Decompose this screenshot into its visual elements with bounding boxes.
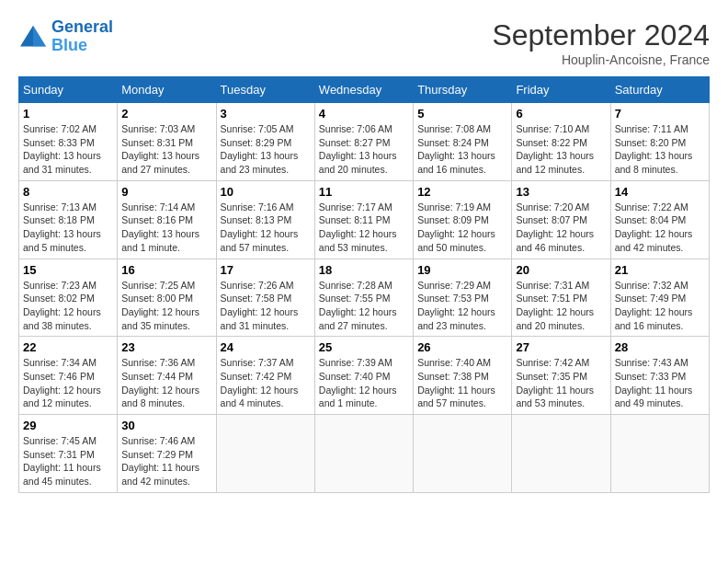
- calendar-cell: 29Sunrise: 7:45 AMSunset: 7:31 PMDayligh…: [19, 415, 118, 493]
- day-info: Sunrise: 7:16 AMSunset: 8:13 PMDaylight:…: [221, 201, 311, 255]
- day-number: 24: [221, 340, 311, 354]
- day-info: Sunrise: 7:29 AMSunset: 7:53 PMDaylight:…: [417, 279, 507, 333]
- day-info: Sunrise: 7:42 AMSunset: 7:35 PMDaylight:…: [516, 356, 606, 410]
- day-info: Sunrise: 7:32 AMSunset: 7:49 PMDaylight:…: [615, 279, 705, 333]
- day-info: Sunrise: 7:10 AMSunset: 8:22 PMDaylight:…: [516, 122, 606, 177]
- location-subtitle: Houplin-Ancoisne, France: [492, 52, 710, 67]
- day-number: 20: [516, 263, 606, 277]
- day-info: Sunrise: 7:23 AMSunset: 8:02 PMDaylight:…: [23, 279, 113, 333]
- logo-text: General Blue: [51, 18, 113, 55]
- logo-line2: Blue: [51, 36, 87, 54]
- day-number: 14: [615, 185, 705, 199]
- calendar-cell: 27Sunrise: 7:42 AMSunset: 7:35 PMDayligh…: [512, 337, 610, 415]
- month-title: September 2024: [492, 18, 710, 52]
- day-info: Sunrise: 7:26 AMSunset: 7:58 PMDaylight:…: [221, 279, 311, 333]
- calendar-cell: [610, 415, 709, 493]
- calendar-cell: 19Sunrise: 7:29 AMSunset: 7:53 PMDayligh…: [414, 259, 512, 337]
- day-info: Sunrise: 7:06 AMSunset: 8:27 PMDaylight:…: [319, 122, 409, 177]
- day-number: 3: [221, 107, 311, 121]
- day-number: 11: [319, 185, 409, 199]
- day-info: Sunrise: 7:25 AMSunset: 8:00 PMDaylight:…: [121, 279, 211, 333]
- calendar-cell: 16Sunrise: 7:25 AMSunset: 8:00 PMDayligh…: [118, 259, 216, 337]
- calendar-week-row: 29Sunrise: 7:45 AMSunset: 7:31 PMDayligh…: [19, 415, 710, 493]
- day-number: 30: [121, 419, 211, 432]
- calendar-cell: 23Sunrise: 7:36 AMSunset: 7:44 PMDayligh…: [118, 337, 216, 415]
- day-number: 12: [417, 185, 507, 199]
- day-number: 5: [417, 107, 507, 121]
- page-header: General Blue September 2024 Houplin-Anco…: [18, 18, 710, 67]
- day-info: Sunrise: 7:37 AMSunset: 7:42 PMDaylight:…: [221, 356, 311, 410]
- calendar-cell: 4Sunrise: 7:06 AMSunset: 8:27 PMDaylight…: [314, 103, 413, 181]
- day-number: 8: [23, 185, 113, 199]
- day-info: Sunrise: 7:43 AMSunset: 7:33 PMDaylight:…: [615, 356, 705, 410]
- header-sunday: Sunday: [19, 77, 118, 103]
- calendar-cell: 11Sunrise: 7:17 AMSunset: 8:11 PMDayligh…: [314, 180, 413, 259]
- day-info: Sunrise: 7:02 AMSunset: 8:33 PMDaylight:…: [23, 122, 113, 177]
- calendar-cell: 22Sunrise: 7:34 AMSunset: 7:46 PMDayligh…: [19, 337, 118, 415]
- day-info: Sunrise: 7:08 AMSunset: 8:24 PMDaylight:…: [417, 122, 507, 177]
- day-info: Sunrise: 7:46 AMSunset: 7:29 PMDaylight:…: [121, 434, 211, 488]
- day-number: 26: [417, 340, 507, 354]
- day-info: Sunrise: 7:31 AMSunset: 7:51 PMDaylight:…: [516, 279, 606, 333]
- calendar-week-row: 22Sunrise: 7:34 AMSunset: 7:46 PMDayligh…: [19, 337, 710, 415]
- day-number: 19: [417, 263, 507, 277]
- logo-line1: General: [51, 17, 113, 36]
- day-info: Sunrise: 7:14 AMSunset: 8:16 PMDaylight:…: [121, 201, 211, 255]
- day-info: Sunrise: 7:20 AMSunset: 8:07 PMDaylight:…: [516, 201, 606, 255]
- calendar-cell: 2Sunrise: 7:03 AMSunset: 8:31 PMDaylight…: [118, 103, 216, 181]
- calendar-cell: 8Sunrise: 7:13 AMSunset: 8:18 PMDaylight…: [19, 180, 118, 259]
- calendar-cell: 9Sunrise: 7:14 AMSunset: 8:16 PMDaylight…: [118, 180, 216, 259]
- day-number: 15: [23, 263, 113, 277]
- day-number: 28: [615, 340, 705, 354]
- day-info: Sunrise: 7:19 AMSunset: 8:09 PMDaylight:…: [417, 201, 507, 255]
- day-number: 23: [121, 340, 211, 354]
- calendar-cell: [216, 415, 314, 493]
- calendar-cell: 1Sunrise: 7:02 AMSunset: 8:33 PMDaylight…: [19, 103, 118, 181]
- day-number: 9: [121, 185, 211, 199]
- header-tuesday: Tuesday: [216, 77, 314, 103]
- calendar-cell: 13Sunrise: 7:20 AMSunset: 8:07 PMDayligh…: [512, 180, 610, 259]
- calendar-cell: 25Sunrise: 7:39 AMSunset: 7:40 PMDayligh…: [314, 337, 413, 415]
- day-info: Sunrise: 7:13 AMSunset: 8:18 PMDaylight:…: [23, 201, 113, 255]
- svg-marker-1: [33, 26, 46, 47]
- header-thursday: Thursday: [414, 77, 512, 103]
- calendar-cell: 14Sunrise: 7:22 AMSunset: 8:04 PMDayligh…: [610, 180, 709, 259]
- header-saturday: Saturday: [610, 77, 709, 103]
- calendar-cell: 28Sunrise: 7:43 AMSunset: 7:33 PMDayligh…: [610, 337, 709, 415]
- calendar-cell: 21Sunrise: 7:32 AMSunset: 7:49 PMDayligh…: [610, 259, 709, 337]
- header-wednesday: Wednesday: [314, 77, 413, 103]
- day-number: 18: [319, 263, 409, 277]
- day-number: 4: [319, 107, 409, 121]
- calendar-cell: 18Sunrise: 7:28 AMSunset: 7:55 PMDayligh…: [314, 259, 413, 337]
- day-info: Sunrise: 7:45 AMSunset: 7:31 PMDaylight:…: [23, 434, 113, 488]
- calendar-cell: [414, 415, 512, 493]
- calendar-cell: 30Sunrise: 7:46 AMSunset: 7:29 PMDayligh…: [118, 415, 216, 493]
- calendar-cell: [512, 415, 610, 493]
- calendar-cell: 10Sunrise: 7:16 AMSunset: 8:13 PMDayligh…: [216, 180, 314, 259]
- calendar-cell: 12Sunrise: 7:19 AMSunset: 8:09 PMDayligh…: [414, 180, 512, 259]
- day-info: Sunrise: 7:34 AMSunset: 7:46 PMDaylight:…: [23, 356, 113, 410]
- day-info: Sunrise: 7:22 AMSunset: 8:04 PMDaylight:…: [615, 201, 705, 255]
- calendar-cell: 7Sunrise: 7:11 AMSunset: 8:20 PMDaylight…: [610, 103, 709, 181]
- title-block: September 2024 Houplin-Ancoisne, France: [492, 18, 710, 67]
- day-number: 25: [319, 340, 409, 354]
- calendar-cell: 26Sunrise: 7:40 AMSunset: 7:38 PMDayligh…: [414, 337, 512, 415]
- header-monday: Monday: [118, 77, 216, 103]
- day-info: Sunrise: 7:36 AMSunset: 7:44 PMDaylight:…: [121, 356, 211, 410]
- day-number: 16: [121, 263, 211, 277]
- day-number: 1: [23, 107, 113, 121]
- day-info: Sunrise: 7:40 AMSunset: 7:38 PMDaylight:…: [417, 356, 507, 410]
- day-number: 7: [615, 107, 705, 121]
- day-number: 10: [221, 185, 311, 199]
- day-info: Sunrise: 7:39 AMSunset: 7:40 PMDaylight:…: [319, 356, 409, 410]
- day-info: Sunrise: 7:17 AMSunset: 8:11 PMDaylight:…: [319, 201, 409, 255]
- day-info: Sunrise: 7:05 AMSunset: 8:29 PMDaylight:…: [221, 122, 311, 177]
- calendar-table: Sunday Monday Tuesday Wednesday Thursday…: [18, 76, 710, 493]
- calendar-cell: 6Sunrise: 7:10 AMSunset: 8:22 PMDaylight…: [512, 103, 610, 181]
- calendar-cell: 15Sunrise: 7:23 AMSunset: 8:02 PMDayligh…: [19, 259, 118, 337]
- day-number: 27: [516, 340, 606, 354]
- header-friday: Friday: [512, 77, 610, 103]
- day-info: Sunrise: 7:28 AMSunset: 7:55 PMDaylight:…: [319, 279, 409, 333]
- calendar-body: 1Sunrise: 7:02 AMSunset: 8:33 PMDaylight…: [19, 103, 710, 493]
- calendar-cell: 5Sunrise: 7:08 AMSunset: 8:24 PMDaylight…: [414, 103, 512, 181]
